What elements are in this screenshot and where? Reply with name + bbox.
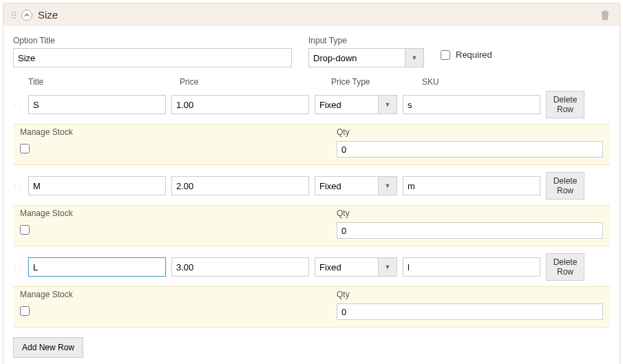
delete-option-button[interactable] [600,10,611,21]
required-group: Required [441,50,492,60]
stock-labels: Manage StockQty [13,287,610,301]
panel-header: Size [3,3,620,26]
qty-input[interactable] [337,303,603,320]
row-price-input[interactable] [171,95,309,114]
option-title-input[interactable] [13,48,292,67]
drag-handle-icon[interactable] [12,12,16,19]
required-label: Required [456,50,492,60]
qty-label: Qty [337,208,603,218]
panel-body: Option Title Input Type ▼ Required Title… [3,26,620,364]
input-type-select[interactable]: ▼ [308,48,424,67]
qty-input[interactable] [337,222,603,239]
stock-band: Manage StockQty [13,286,610,328]
manage-stock-label: Manage Stock [20,208,337,218]
row-drag-handle-icon[interactable]: ⋮⋮ [13,102,23,108]
chevron-down-icon[interactable]: ▼ [405,48,424,67]
delete-row-button[interactable]: DeleteRow [546,91,584,118]
input-type-group: Input Type ▼ [308,36,424,67]
stock-labels: Manage StockQty [13,206,610,220]
row-pricetype-select[interactable]: ▼ [315,257,397,277]
panel-title: Size [38,9,58,21]
stock-controls [13,301,610,327]
required-checkbox[interactable] [441,50,450,60]
row-pricetype-value[interactable] [315,257,378,277]
option-value-block: ⋮⋮▼DeleteRowManage StockQty [13,91,610,165]
col-title-label: Title [28,77,171,87]
input-type-label: Input Type [308,36,424,45]
option-value-block: ⋮⋮▼DeleteRowManage StockQty [13,253,610,328]
option-value-row: ⋮⋮▼DeleteRow [13,172,610,200]
delete-row-button[interactable]: DeleteRow [546,253,584,281]
manage-stock-label: Manage Stock [20,127,337,137]
option-value-row: ⋮⋮▼DeleteRow [13,91,610,118]
size-option-panel: Size Option Title Input Type ▼ Re [3,3,620,364]
add-new-row-button[interactable]: Add New Row [13,337,83,358]
row-pricetype-select[interactable]: ▼ [315,176,397,195]
stock-band: Manage StockQty [13,205,610,246]
row-drag-handle-icon[interactable]: ⋮⋮ [13,264,23,270]
row-price-input[interactable] [171,176,309,195]
row-sku-input[interactable] [403,176,540,195]
collapse-toggle[interactable] [21,10,32,21]
col-pricetype-label: Price Type [331,77,414,87]
manage-stock-checkbox[interactable] [20,144,30,153]
input-type-value[interactable] [308,48,405,67]
row-pricetype-value[interactable] [315,95,378,114]
row-sku-input[interactable] [403,257,540,277]
delete-row-button[interactable]: DeleteRow [546,172,584,200]
row-title-input[interactable] [28,257,166,277]
stock-labels: Manage StockQty [13,125,610,138]
qty-label: Qty [337,290,603,299]
qty-label: Qty [337,127,603,137]
option-value-row: ⋮⋮▼DeleteRow [13,253,610,281]
rows-container: ⋮⋮▼DeleteRowManage StockQty⋮⋮▼DeleteRowM… [13,91,610,328]
row-price-input[interactable] [171,257,309,277]
option-settings-row: Option Title Input Type ▼ Required [13,36,610,67]
option-title-group: Option Title [13,36,292,67]
row-sku-input[interactable] [403,95,540,114]
chevron-down-icon[interactable]: ▼ [378,95,397,114]
manage-stock-checkbox[interactable] [20,225,30,235]
stock-controls [13,138,610,164]
row-drag-handle-icon[interactable]: ⋮⋮ [13,183,23,189]
option-title-label: Option Title [13,36,292,45]
columns-header: Title Price Price Type SKU [28,77,610,87]
chevron-up-icon [24,12,30,18]
manage-stock-checkbox[interactable] [20,306,30,316]
row-pricetype-value[interactable] [315,176,378,195]
col-sku-label: SKU [422,77,560,87]
stock-controls [13,220,610,246]
row-title-input[interactable] [28,176,166,195]
option-value-block: ⋮⋮▼DeleteRowManage StockQty [13,172,610,246]
chevron-down-icon[interactable]: ▼ [378,257,397,277]
row-title-input[interactable] [28,95,166,114]
col-price-label: Price [180,77,323,87]
chevron-down-icon[interactable]: ▼ [378,176,397,195]
qty-input[interactable] [337,141,603,158]
trash-icon [600,10,610,21]
row-pricetype-select[interactable]: ▼ [315,95,397,114]
stock-band: Manage StockQty [13,124,610,165]
manage-stock-label: Manage Stock [20,290,337,299]
